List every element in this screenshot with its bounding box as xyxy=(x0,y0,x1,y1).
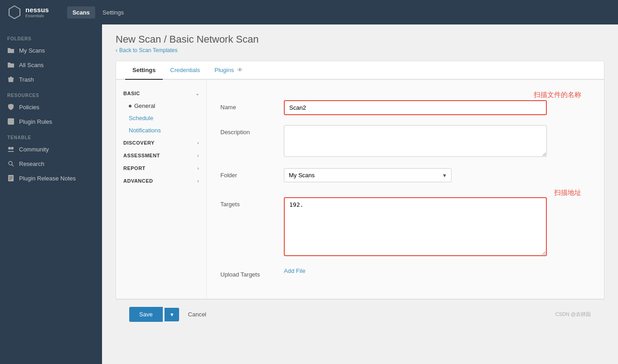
form-row-folder: Folder My Scans All Scans ▼ xyxy=(220,168,590,182)
tab-plugins[interactable]: Plugins 👁 xyxy=(207,61,250,80)
right-panel: 扫描文件的名称 Name Description xyxy=(207,80,604,299)
chevron-right-icon: › xyxy=(197,141,199,146)
chevron-right-icon: › xyxy=(197,179,199,184)
section-discovery[interactable]: DISCOVERY › xyxy=(116,136,206,149)
name-annotation: 扫描文件的名称 xyxy=(534,91,581,98)
community-icon xyxy=(7,146,15,153)
sidebar-item-community[interactable]: Community xyxy=(0,142,102,156)
chevron-down-icon: ⌄ xyxy=(195,91,200,96)
svg-point-4 xyxy=(11,147,14,150)
section-advanced-label: ADVANCED xyxy=(123,178,153,184)
section-assessment-label: ASSESSMENT xyxy=(123,153,160,158)
scan-form-card: Settings Credentials Plugins 👁 BASIC ⌄ xyxy=(116,61,604,299)
folder-label: Folder xyxy=(220,168,284,179)
section-item-schedule[interactable]: Schedule xyxy=(116,112,206,124)
upload-targets-label: Upload Targets xyxy=(220,267,284,278)
section-item-notifications[interactable]: Notifications xyxy=(116,124,206,136)
section-report-label: REPORT xyxy=(123,165,146,171)
name-input[interactable] xyxy=(284,100,547,115)
tab-settings[interactable]: Settings xyxy=(125,61,163,80)
sidebar-item-plugin-release[interactable]: Plugin Release Notes xyxy=(0,171,102,185)
policies-label: Policies xyxy=(19,104,39,111)
sidebar-item-trash[interactable]: Trash xyxy=(0,72,102,87)
form-row-targets: Targets 192. xyxy=(220,197,590,257)
sidebar-item-plugin-rules[interactable]: Plugin Rules xyxy=(0,114,102,129)
targets-control-area: 192. xyxy=(284,197,590,257)
section-item-general[interactable]: General xyxy=(116,100,206,112)
section-report[interactable]: REPORT › xyxy=(116,162,206,175)
section-basic[interactable]: BASIC ⌄ xyxy=(116,87,206,100)
folder-select-wrapper: My Scans All Scans ▼ xyxy=(284,168,452,182)
layout: Folders My Scans All Scans Trash Resourc… xyxy=(0,24,618,364)
save-button[interactable]: Save xyxy=(129,307,163,322)
description-control-area xyxy=(284,125,590,158)
name-control-area xyxy=(284,100,590,115)
svg-point-5 xyxy=(9,161,12,165)
sidebar-item-my-scans[interactable]: My Scans xyxy=(0,43,102,58)
save-dropdown-button[interactable]: ▼ xyxy=(165,308,179,321)
folder-control-area: My Scans All Scans ▼ xyxy=(284,168,590,182)
section-basic-label: BASIC xyxy=(123,91,140,96)
plugin-release-label: Plugin Release Notes xyxy=(19,175,76,182)
add-file-link[interactable]: Add File xyxy=(284,267,306,274)
tab-plugins-label: Plugins xyxy=(214,67,234,73)
form-row-name: Name xyxy=(220,100,590,115)
main-content: New Scan / Basic Network Scan ‹ Back to … xyxy=(102,24,618,364)
trash-label: Trash xyxy=(19,76,34,83)
sidebar-item-all-scans[interactable]: All Scans xyxy=(0,58,102,72)
logo-hex-icon xyxy=(7,5,22,19)
targets-annotation: 扫描地址 xyxy=(554,189,581,196)
shield-icon xyxy=(7,103,15,111)
sidebar-item-policies[interactable]: Policies xyxy=(0,100,102,114)
section-advanced[interactable]: ADVANCED › xyxy=(116,175,206,187)
plugin-rules-label: Plugin Rules xyxy=(19,118,52,125)
targets-label: Targets xyxy=(220,197,284,208)
bullet-icon xyxy=(129,105,131,107)
app-name: nessus xyxy=(25,6,49,14)
name-label: Name xyxy=(220,100,284,111)
eye-icon: 👁 xyxy=(237,67,243,73)
general-label: General xyxy=(134,102,155,109)
left-panel: BASIC ⌄ General Schedule Notifications xyxy=(116,80,207,299)
svg-point-2 xyxy=(10,120,12,123)
tab-bar: Settings Credentials Plugins 👁 xyxy=(116,61,604,80)
app-subname: Essentials xyxy=(25,14,49,18)
topnav-scans[interactable]: Scans xyxy=(67,6,95,19)
my-scans-label: My Scans xyxy=(19,47,45,54)
save-cancel-group: Save ▼ Cancel xyxy=(129,307,214,322)
all-scans-label: All Scans xyxy=(19,62,44,68)
svg-point-3 xyxy=(8,147,11,150)
cancel-button[interactable]: Cancel xyxy=(181,307,214,322)
tenable-label: Tenable xyxy=(0,129,102,142)
tab-credentials[interactable]: Credentials xyxy=(163,61,207,80)
schedule-label: Schedule xyxy=(129,115,153,121)
topnav-links: Scans Settings xyxy=(67,6,129,19)
notes-icon xyxy=(7,175,15,182)
card-body: BASIC ⌄ General Schedule Notifications xyxy=(116,80,604,299)
folder-icon xyxy=(7,61,15,68)
upload-targets-area: Add File xyxy=(284,267,590,274)
targets-textarea[interactable]: 192. xyxy=(284,197,547,256)
form-row-upload-targets: Upload Targets Add File xyxy=(220,267,590,278)
sidebar: Folders My Scans All Scans Trash Resourc… xyxy=(0,24,102,364)
section-discovery-label: DISCOVERY xyxy=(123,140,155,146)
watermark: CSDN @农耕园 xyxy=(555,311,591,318)
chevron-right-icon: › xyxy=(197,153,199,158)
folders-label: Folders xyxy=(0,30,102,43)
sidebar-item-research[interactable]: Research xyxy=(0,156,102,171)
bottom-bar: Save ▼ Cancel CSDN @农耕园 xyxy=(116,299,604,329)
research-icon xyxy=(7,160,15,167)
trash-icon xyxy=(7,76,15,83)
svg-marker-0 xyxy=(9,6,20,19)
topnav-settings[interactable]: Settings xyxy=(97,6,129,19)
folder-select[interactable]: My Scans All Scans xyxy=(284,168,452,182)
form-row-description: Description xyxy=(220,125,590,158)
section-assessment[interactable]: ASSESSMENT › xyxy=(116,149,206,162)
chevron-right-icon: › xyxy=(197,166,199,171)
back-link[interactable]: ‹ Back to Scan Templates xyxy=(116,47,604,53)
description-textarea[interactable] xyxy=(284,125,547,157)
top-navigation: nessus Essentials Scans Settings xyxy=(0,0,618,24)
chevron-left-icon: ‹ xyxy=(116,47,117,53)
rules-icon xyxy=(7,118,15,125)
community-label: Community xyxy=(19,146,49,153)
